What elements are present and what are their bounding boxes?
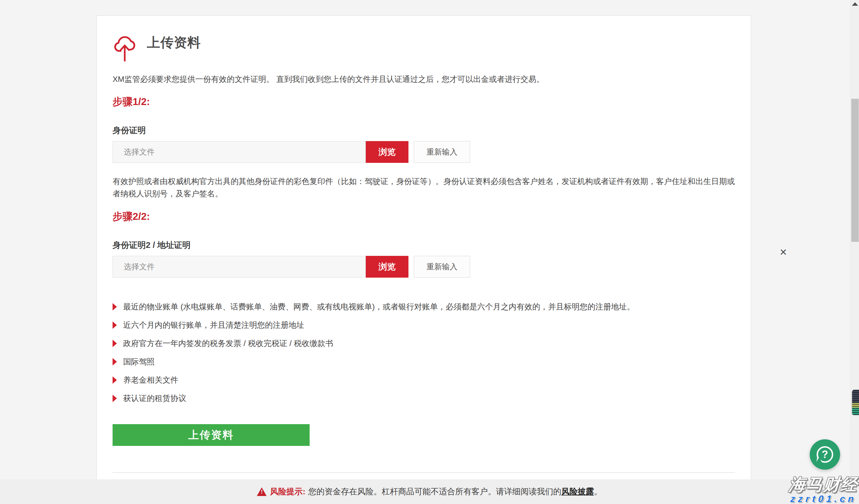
risk-warning-content: 风险提示: 您的资金存在风险。杠杆商品可能不适合所有客户。请详细阅读我们的 风险… <box>257 486 602 497</box>
risk-warning-label: 风险提示: <box>270 486 306 497</box>
help-chat-icon: ? <box>817 446 833 463</box>
accepted-documents-list: 最近的物业账单 (水电煤账单、话费账单、油费、网费、或有线电视账单)，或者银行对… <box>112 298 735 408</box>
risk-warning-bar: 风险提示: 您的资金存在风险。杠杆商品可能不适合所有客户。请详细阅读我们的 风险… <box>0 479 859 504</box>
step2-browse-button[interactable]: 浏览 <box>366 256 408 278</box>
risk-disclosure-link[interactable]: 风险披露 <box>561 486 594 497</box>
step2-heading: 步骤2/2: <box>112 210 735 223</box>
step1-description: 有效护照或者由权威机构官方出具的其他身份证件的彩色复印件（比如：驾驶证，身份证等… <box>112 175 735 200</box>
step1-heading: 步骤1/2: <box>112 95 735 108</box>
step2-field-label: 身份证明2 / 地址证明 <box>112 239 735 251</box>
list-item-text: 国际驾照 <box>123 357 155 367</box>
list-item: 政府官方在一年内签发的税务发票 / 税收完税证 / 税收缴款书 <box>112 334 735 352</box>
list-item: 获认证的租赁协议 <box>112 389 735 408</box>
list-item-text: 获认证的租赁协议 <box>123 393 186 404</box>
list-item-text: 近六个月内的银行账单，并且清楚注明您的注册地址 <box>123 320 304 330</box>
upload-card: 上传资料 XM监管必须要求您提供一份有效的文件证明。 直到我们收到您上传的文件并… <box>96 15 751 504</box>
list-item: 近六个月内的银行账单，并且清楚注明您的注册地址 <box>112 316 735 334</box>
step1-reset-button[interactable]: 重新输入 <box>414 141 470 163</box>
step1-file-input[interactable] <box>112 141 366 163</box>
step2-file-row: 浏览 重新输入 <box>112 256 735 278</box>
step1-file-row: 浏览 重新输入 <box>112 141 735 163</box>
upload-submit-button[interactable]: 上传资料 <box>112 424 310 446</box>
step2-reset-button[interactable]: 重新输入 <box>414 256 470 278</box>
bullet-triangle-icon <box>112 340 117 347</box>
risk-warning-suffix: 。 <box>594 486 602 497</box>
list-item: 养老金相关文件 <box>112 371 735 389</box>
edge-volume-widget[interactable] <box>852 390 859 415</box>
list-item: 国际驾照 <box>112 352 735 371</box>
close-icon[interactable]: × <box>780 246 787 258</box>
bullet-triangle-icon <box>112 358 117 365</box>
page-title: 上传资料 <box>147 34 201 51</box>
intro-text: XM监管必须要求您提供一份有效的文件证明。 直到我们收到您上传的文件并且认证通过… <box>112 74 735 85</box>
list-item-text: 养老金相关文件 <box>123 375 178 385</box>
upload-card-content: 上传资料 XM监管必须要求您提供一份有效的文件证明。 直到我们收到您上传的文件并… <box>97 16 751 473</box>
bullet-triangle-icon <box>112 376 117 384</box>
step2-file-input[interactable] <box>112 256 366 278</box>
help-chat-button[interactable]: ? <box>810 439 840 470</box>
scrollbar-thumb[interactable] <box>851 99 859 242</box>
question-mark-glyph: ? <box>822 449 828 460</box>
bullet-triangle-icon <box>112 395 117 402</box>
risk-warning-text: 您的资金存在风险。杠杆商品可能不适合所有客户。请详细阅读我们的 <box>308 486 561 497</box>
list-item-text: 政府官方在一年内签发的税务发票 / 税收完税证 / 税收缴款书 <box>123 338 333 349</box>
page-root: 上传资料 XM监管必须要求您提供一份有效的文件证明。 直到我们收到您上传的文件并… <box>0 0 859 504</box>
title-row: 上传资料 <box>112 30 735 55</box>
scroll-up-arrow-icon[interactable] <box>852 2 858 6</box>
step1-browse-button[interactable]: 浏览 <box>366 141 408 163</box>
cloud-upload-icon <box>112 31 137 62</box>
warning-triangle-icon <box>257 487 267 496</box>
bullet-triangle-icon <box>112 303 117 311</box>
list-item: 最近的物业账单 (水电煤账单、话费账单、油费、网费、或有线电视账单)，或者银行对… <box>112 298 735 316</box>
list-item-text: 最近的物业账单 (水电煤账单、话费账单、油费、网费、或有线电视账单)，或者银行对… <box>123 302 635 312</box>
step1-field-label: 身份证明 <box>112 125 735 136</box>
footer-divider <box>112 472 735 473</box>
vertical-scrollbar[interactable] <box>850 0 859 504</box>
bullet-triangle-icon <box>112 321 117 329</box>
